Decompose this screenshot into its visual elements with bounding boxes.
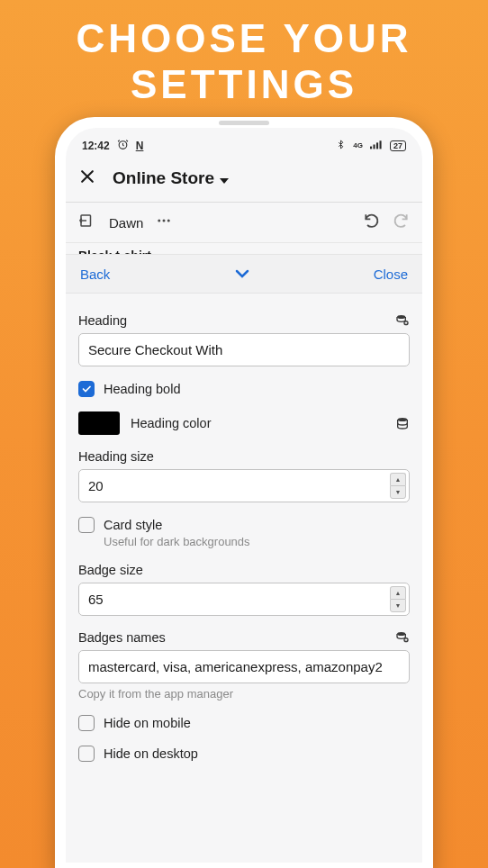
settings-panel: Heading Heading bold Heading color: [66, 294, 422, 762]
notification-icon: N: [136, 140, 144, 152]
badges-names-help: Copy it from the app manager: [78, 687, 410, 701]
field-heading-bold[interactable]: Heading bold: [78, 381, 410, 397]
app-title-label: Online Store: [113, 168, 214, 188]
status-time: 12:42: [82, 140, 110, 152]
badges-names-input[interactable]: [78, 650, 410, 683]
field-heading: Heading: [78, 313, 410, 366]
heading-color-label: Heading color: [131, 416, 211, 430]
hide-mobile-checkbox[interactable]: [78, 715, 95, 731]
alarm-icon: [117, 139, 129, 153]
exit-icon[interactable]: [78, 212, 95, 232]
status-bar: 12:42 N 4G 27: [66, 128, 422, 158]
svg-point-9: [397, 315, 405, 319]
phone-speaker: [219, 121, 269, 125]
card-style-label: Card style: [104, 518, 162, 532]
svg-rect-4: [379, 140, 381, 149]
svg-rect-2: [373, 145, 375, 149]
heading-size-input[interactable]: [78, 469, 410, 502]
badge-size-stepper[interactable]: ▲ ▼: [390, 586, 406, 612]
field-badge-size: Badge size ▲ ▼: [78, 563, 410, 616]
close-icon[interactable]: [78, 167, 96, 189]
phone-frame: 12:42 N 4G 27: [55, 117, 433, 868]
app-header: Online Store: [66, 158, 422, 203]
svg-rect-1: [370, 147, 372, 149]
field-heading-color: Heading color: [78, 411, 410, 435]
hide-mobile-label: Hide on mobile: [104, 716, 191, 730]
heading-size-stepper[interactable]: ▲ ▼: [390, 473, 406, 499]
close-link[interactable]: Close: [374, 267, 408, 282]
status-right: 4G 27: [336, 139, 406, 153]
promo-line-2: settings: [0, 62, 488, 108]
undo-icon[interactable]: [363, 212, 381, 233]
theme-name[interactable]: Dawn: [109, 215, 143, 231]
svg-point-8: [167, 220, 170, 222]
editor-toolbar: Dawn: [66, 203, 422, 243]
chevron-down-icon[interactable]: [235, 266, 249, 282]
dynamic-source-icon[interactable]: [395, 630, 410, 645]
field-badges-names: Badges names Copy it from the app manage…: [78, 630, 410, 701]
step-down-icon[interactable]: ▼: [390, 485, 406, 499]
status-left: 12:42 N: [82, 139, 143, 153]
card-style-help: Useful for dark backgrounds: [104, 535, 410, 548]
badge-size-label: Badge size: [78, 563, 143, 577]
step-down-icon[interactable]: ▼: [390, 599, 406, 612]
svg-point-11: [398, 418, 408, 421]
section-nav: Back Close: [66, 254, 422, 294]
badges-names-label: Badges names: [78, 630, 166, 645]
bluetooth-icon: [336, 139, 346, 153]
card-style-checkbox[interactable]: [78, 517, 95, 533]
svg-point-12: [397, 632, 405, 636]
hide-desktop-checkbox[interactable]: [78, 746, 95, 762]
signal-icon: [370, 140, 383, 152]
redo-icon[interactable]: [392, 212, 410, 233]
dynamic-source-icon[interactable]: [395, 313, 410, 328]
field-hide-desktop[interactable]: Hide on desktop: [78, 746, 410, 762]
heading-color-swatch[interactable]: [78, 411, 120, 435]
preview-product: Black t-shirt: [78, 249, 151, 254]
battery-icon: 27: [390, 140, 406, 151]
heading-bold-label: Heading bold: [104, 382, 180, 396]
heading-label: Heading: [78, 313, 127, 328]
badge-size-input[interactable]: [78, 583, 410, 616]
svg-point-7: [163, 220, 166, 222]
promo-title: Choose your settings: [0, 0, 488, 107]
back-link[interactable]: Back: [80, 267, 110, 282]
field-hide-mobile[interactable]: Hide on mobile: [78, 715, 410, 731]
field-card-style: Card style Useful for dark backgrounds: [78, 517, 410, 548]
heading-size-label: Heading size: [78, 449, 154, 464]
svg-point-6: [158, 220, 161, 222]
preview-strip: Black t-shirt: [66, 243, 422, 254]
more-icon[interactable]: [156, 212, 172, 232]
step-up-icon[interactable]: ▲: [390, 586, 406, 599]
heading-bold-checkbox[interactable]: [78, 381, 95, 397]
caret-down-icon: [220, 168, 229, 188]
step-up-icon[interactable]: ▲: [390, 473, 406, 485]
heading-input[interactable]: [78, 333, 410, 366]
field-heading-size: Heading size ▲ ▼: [78, 449, 410, 502]
promo-line-1: Choose your: [0, 16, 488, 62]
app-title[interactable]: Online Store: [113, 168, 229, 188]
hide-desktop-label: Hide on desktop: [104, 746, 198, 761]
phone-screen: 12:42 N 4G 27: [66, 128, 422, 863]
dynamic-source-icon[interactable]: [395, 416, 410, 430]
network-icon: 4G: [353, 142, 363, 149]
svg-rect-3: [376, 142, 378, 149]
